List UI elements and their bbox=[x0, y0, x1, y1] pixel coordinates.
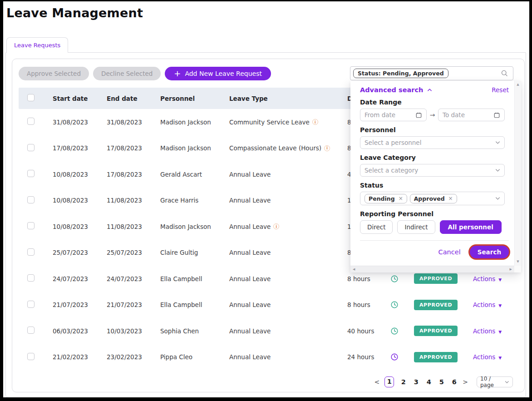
row-checkbox[interactable] bbox=[27, 118, 34, 125]
page-size-value: 10 / page bbox=[480, 376, 505, 388]
chevron-down-icon bbox=[495, 168, 500, 172]
status-badge: APPROVED bbox=[414, 326, 458, 336]
pagination-prev-icon[interactable]: < bbox=[374, 378, 381, 386]
status-cell: APPROVED bbox=[414, 300, 464, 310]
to-date-input[interactable]: To date bbox=[438, 109, 505, 121]
actions-button[interactable]: Actions▼ bbox=[473, 353, 502, 361]
personnel-cell: Pippa Cleo bbox=[160, 353, 229, 361]
decline-selected-button[interactable]: Decline Selected bbox=[93, 67, 161, 80]
remove-chip-icon[interactable]: × bbox=[399, 195, 403, 202]
caret-down-icon: ▼ bbox=[498, 277, 502, 282]
plus-icon: + bbox=[174, 69, 181, 78]
clock-icon bbox=[390, 301, 399, 309]
column-header-end-date: End date bbox=[107, 95, 160, 102]
leave-category-select[interactable]: Select a category bbox=[360, 164, 505, 177]
personnel-cell: Grace Harris bbox=[160, 197, 229, 204]
search-button[interactable]: Search bbox=[470, 246, 509, 258]
personnel-select[interactable]: Select a personnel bbox=[360, 136, 505, 149]
status-filter-tag[interactable]: Status: Pending, Approved bbox=[353, 69, 448, 78]
end-date-cell: 25/07/2023 bbox=[107, 249, 160, 256]
pagination-pages: 123456 bbox=[384, 376, 458, 387]
reporting-direct-button[interactable]: Direct bbox=[360, 220, 393, 234]
row-checkbox[interactable] bbox=[27, 301, 34, 308]
column-header-leave-type: Leave Type bbox=[229, 95, 347, 102]
start-date-cell: 06/03/2023 bbox=[53, 327, 107, 335]
remove-chip-icon[interactable]: × bbox=[448, 195, 453, 202]
table-row: 21/07/2023 21/07/2023 Ella Campbell Annu… bbox=[19, 292, 518, 318]
reset-button[interactable]: Reset bbox=[492, 86, 509, 94]
caret-down-icon: ▼ bbox=[498, 303, 502, 308]
leave-type-cell: Compassionate Leave (Hours)i bbox=[229, 144, 347, 152]
reporting-indirect-button[interactable]: Indirect bbox=[397, 220, 435, 234]
row-checkbox[interactable] bbox=[27, 353, 34, 360]
leave-type-cell: Annual Leave bbox=[229, 197, 347, 204]
duration-cell: 8 hours bbox=[347, 275, 390, 282]
end-date-cell: 21/07/2023 bbox=[107, 301, 160, 308]
calendar-icon bbox=[493, 112, 500, 119]
add-leave-request-button[interactable]: + Add New Leave Request bbox=[165, 67, 271, 80]
status-badge: APPROVED bbox=[414, 273, 458, 284]
date-range-label: Date Range bbox=[360, 99, 509, 106]
scroll-down-icon[interactable]: ▼ bbox=[517, 260, 519, 263]
actions-button[interactable]: Actions▼ bbox=[473, 327, 502, 335]
leave-type-cell: Annual Leave bbox=[229, 275, 347, 282]
status-badge: APPROVED bbox=[414, 300, 458, 310]
row-checkbox[interactable] bbox=[27, 144, 34, 151]
leave-type-cell: Annual Leavei bbox=[229, 223, 347, 230]
chevron-down-icon bbox=[505, 381, 509, 384]
personnel-cell: Ella Campbell bbox=[160, 301, 229, 308]
caret-down-icon: ▼ bbox=[498, 356, 502, 360]
start-date-cell: 10/08/2023 bbox=[53, 171, 107, 178]
pagination-page-3[interactable]: 3 bbox=[413, 378, 419, 386]
actions-button[interactable]: Actions▼ bbox=[473, 275, 502, 282]
start-date-cell: 10/08/2023 bbox=[53, 223, 107, 230]
personnel-label: Personnel bbox=[360, 126, 509, 134]
search-bar[interactable]: Status: Pending, Approved bbox=[350, 66, 513, 80]
actions-button[interactable]: Actions▼ bbox=[473, 301, 502, 308]
scroll-left-icon[interactable]: ◀ bbox=[353, 268, 355, 271]
actions-cell: Actions▼ bbox=[464, 301, 518, 308]
cancel-button[interactable]: Cancel bbox=[438, 248, 461, 256]
personnel-cell: Sophia Chen bbox=[160, 327, 229, 335]
leave-type-cell: Annual Leave bbox=[229, 249, 347, 256]
toolbar: Approve Selected Decline Selected + Add … bbox=[19, 66, 518, 80]
info-icon[interactable]: i bbox=[312, 119, 318, 125]
status-chip-pending: Pending × bbox=[365, 194, 407, 203]
scroll-up-icon[interactable]: ▲ bbox=[517, 83, 519, 86]
personnel-cell: Madison Jackson bbox=[160, 223, 229, 230]
pagination-page-4[interactable]: 4 bbox=[425, 378, 432, 386]
to-date-placeholder: To date bbox=[443, 111, 465, 119]
status-label: Status bbox=[360, 182, 509, 189]
duration-clock-cell bbox=[390, 327, 414, 335]
info-icon[interactable]: i bbox=[273, 223, 279, 229]
pagination-page-5[interactable]: 5 bbox=[438, 378, 445, 386]
status-badge: APPROVED bbox=[414, 352, 458, 362]
row-checkbox[interactable] bbox=[27, 170, 34, 177]
page-size-select[interactable]: 10 / page bbox=[477, 376, 513, 387]
pagination-page-1[interactable]: 1 bbox=[384, 376, 394, 387]
advanced-search-toggle[interactable]: Advanced search bbox=[360, 86, 432, 94]
from-date-placeholder: From date bbox=[365, 111, 395, 119]
row-checkbox[interactable] bbox=[27, 274, 34, 282]
search-icon bbox=[501, 69, 508, 77]
pagination-page-2[interactable]: 2 bbox=[400, 378, 407, 386]
row-checkbox[interactable] bbox=[27, 248, 34, 256]
row-checkbox[interactable] bbox=[27, 327, 34, 334]
pagination-page-6[interactable]: 6 bbox=[451, 378, 458, 386]
pagination-next-icon[interactable]: > bbox=[462, 378, 469, 386]
calendar-icon bbox=[415, 112, 422, 119]
info-icon[interactable]: i bbox=[324, 145, 330, 151]
row-checkbox[interactable] bbox=[27, 196, 34, 203]
select-all-checkbox[interactable] bbox=[27, 94, 34, 101]
reporting-all-personnel-button[interactable]: All personnel bbox=[440, 220, 502, 234]
scroll-right-icon[interactable]: ▶ bbox=[510, 268, 512, 271]
status-multiselect[interactable]: Pending × Approved × bbox=[360, 192, 505, 205]
panel-horizontal-scrollbar[interactable]: ◀ ▶ bbox=[350, 266, 514, 272]
personnel-cell: Ella Campbell bbox=[160, 275, 229, 282]
panel-vertical-scrollbar[interactable]: ▲ ▼ bbox=[514, 81, 521, 266]
approve-selected-button[interactable]: Approve Selected bbox=[19, 67, 89, 80]
tab-leave-requests[interactable]: Leave Requests bbox=[6, 37, 68, 53]
row-checkbox[interactable] bbox=[27, 222, 34, 229]
chevron-up-icon bbox=[427, 88, 432, 92]
from-date-input[interactable]: From date bbox=[360, 109, 427, 121]
